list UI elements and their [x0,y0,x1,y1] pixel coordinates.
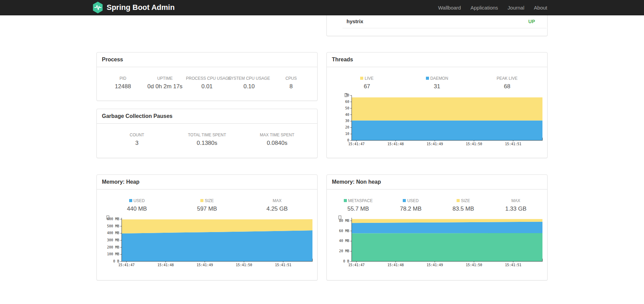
used-series-swatch [403,199,406,202]
legend-heap-size: SIZE 597 MB [172,198,242,212]
svg-text:15:41:50: 15:41:50 [466,263,482,267]
threads-panel-title: Threads [327,52,547,67]
navbar-inner: Spring Boot Admin Wallboard Applications… [87,0,557,15]
navbar-menu: Wallboard Applications Journal About [433,0,552,15]
application-status-panel: hystrix UP [326,15,548,36]
legend-heap-max: MAX 4.25 GB [242,198,312,212]
legend-metaspace: METASPACE 55.7 MB [332,198,384,212]
application-name: hystrix [347,18,363,24]
main-content: Process PID 12488 UPTIME 0d 0h 2m 17s PR… [87,15,557,280]
memory-heap-legend: USED 440 MB SIZE 597 MB MAX 4.25 GB [102,194,312,212]
gc-panel-title: Garbage Collection Pauses [97,109,317,124]
svg-text:15:41:47: 15:41:47 [348,263,365,267]
metric-cpus: CPUS 8 [270,76,312,90]
legend-nonheap-size: SIZE 83.5 MB [437,198,490,212]
svg-text:15:41:47: 15:41:47 [118,263,135,267]
metric-gc-total-time: TOTAL TIME SPENT 0.1380s [172,133,242,147]
metaspace-series-swatch [344,199,347,202]
legend-peak-live: PEAK LIVE 68 [472,76,542,90]
legend-nonheap-used: USED 78.2 MB [384,198,437,212]
threads-panel: Threads LIVE 67 DAEMON 31 PEAK LIVE 68 [326,52,548,158]
daemon-series-swatch [426,77,429,80]
size-series-swatch [200,199,203,202]
application-status-row[interactable]: hystrix UP [327,15,547,24]
svg-text:15:41:51: 15:41:51 [505,142,521,146]
left-column: Process PID 12488 UPTIME 0d 0h 2m 17s PR… [92,15,322,280]
metric-system-cpu-usage: SYSTEM CPU USAGE 0.10 [228,76,270,90]
legend-daemon: DAEMON 31 [402,76,472,90]
spring-boot-admin-logo-icon [92,2,104,13]
nav-item-wallboard[interactable]: Wallboard [433,0,466,15]
svg-text:0 B: 0 B [113,259,119,263]
brand-link[interactable]: Spring Boot Admin [92,2,175,13]
legend-live: LIVE 67 [332,76,402,90]
garbage-collection-panel: Garbage Collection Pauses COUNT 3 TOTAL … [96,109,318,158]
memory-heap-panel-title: Memory: Heap [97,175,317,189]
memory-nonheap-panel: Memory: Non heap METASPACE 55.7 MB USED … [326,174,548,280]
svg-text:500 MB: 500 MB [107,224,119,228]
metric-gc-max-time: MAX TIME SPENT 0.0840s [242,133,312,147]
svg-text:40 MB: 40 MB [339,239,349,243]
status-badge: UP [528,19,535,24]
svg-text:15:41:50: 15:41:50 [466,142,482,146]
brand-title: Spring Boot Admin [107,3,175,12]
svg-text:60: 60 [345,100,349,104]
svg-text:100 MB: 100 MB [107,252,119,256]
svg-text:0: 0 [347,138,349,142]
used-series-swatch [129,199,132,202]
svg-text:300 MB: 300 MB [107,238,119,242]
legend-nonheap-max: MAX 1.33 GB [490,198,542,212]
svg-text:50: 50 [345,106,349,110]
svg-text:15:41:48: 15:41:48 [157,263,174,267]
threads-legend: LIVE 67 DAEMON 31 PEAK LIVE 68 [332,72,542,90]
svg-text:400 MB: 400 MB [107,231,119,235]
nav-item-applications[interactable]: Applications [466,0,503,15]
live-series-swatch [360,77,363,80]
nav-item-journal[interactable]: Journal [503,0,529,15]
size-series-swatch [457,199,460,202]
metric-gc-count: COUNT 3 [102,133,172,147]
svg-text:15:41:49: 15:41:49 [427,263,443,267]
row-divider [342,28,547,28]
process-panel-title: Process [97,52,317,67]
svg-text:15:41:51: 15:41:51 [275,263,291,267]
svg-text:15:41:49: 15:41:49 [197,263,213,267]
svg-text:20: 20 [345,125,349,129]
svg-text:0 B: 0 B [343,259,349,263]
svg-text:15:41:49: 15:41:49 [427,142,443,146]
nav-item-about[interactable]: About [529,0,552,15]
svg-text:15:41:51: 15:41:51 [505,263,521,267]
memory-heap-chart: 0 B100 MB200 MB300 MB400 MB500 MB600 MB1… [102,215,312,269]
svg-text:15:41:47: 15:41:47 [348,142,365,146]
threads-chart: 01020304050607015:41:4715:41:4815:41:491… [332,93,542,148]
legend-heap-used: USED 440 MB [102,198,172,212]
memory-heap-panel: Memory: Heap USED 440 MB SIZE 597 MB MAX… [96,174,318,280]
svg-text:60 MB: 60 MB [339,229,349,233]
memory-nonheap-panel-title: Memory: Non heap [327,175,547,189]
svg-text:200 MB: 200 MB [107,245,119,249]
svg-text:40: 40 [345,113,349,117]
process-panel: Process PID 12488 UPTIME 0d 0h 2m 17s PR… [96,52,318,101]
svg-text:15:41:48: 15:41:48 [387,263,404,267]
gc-metrics: COUNT 3 TOTAL TIME SPENT 0.1380s MAX TIM… [102,128,312,147]
process-metrics: PID 12488 UPTIME 0d 0h 2m 17s PROCESS CP… [102,72,312,90]
metric-process-cpu-usage: PROCESS CPU USAGE 0.01 [186,76,228,90]
svg-text:15:41:48: 15:41:48 [387,142,404,146]
svg-text:30: 30 [345,119,349,123]
svg-text:10: 10 [345,132,349,136]
svg-text:15:41:50: 15:41:50 [236,263,252,267]
svg-text:20 MB: 20 MB [339,249,349,253]
metric-pid: PID 12488 [102,76,144,90]
right-column: hystrix UP Threads LIVE 67 DAEMON 31 [322,15,552,280]
svg-text:80 MB: 80 MB [339,219,349,223]
memory-nonheap-chart: 0 B20 MB40 MB60 MB80 MB15:41:4715:41:481… [332,215,542,269]
memory-nonheap-legend: METASPACE 55.7 MB USED 78.2 MB SIZE 83.5… [332,194,542,212]
top-navbar: Spring Boot Admin Wallboard Applications… [0,0,644,15]
metric-uptime: UPTIME 0d 0h 2m 17s [144,76,186,90]
